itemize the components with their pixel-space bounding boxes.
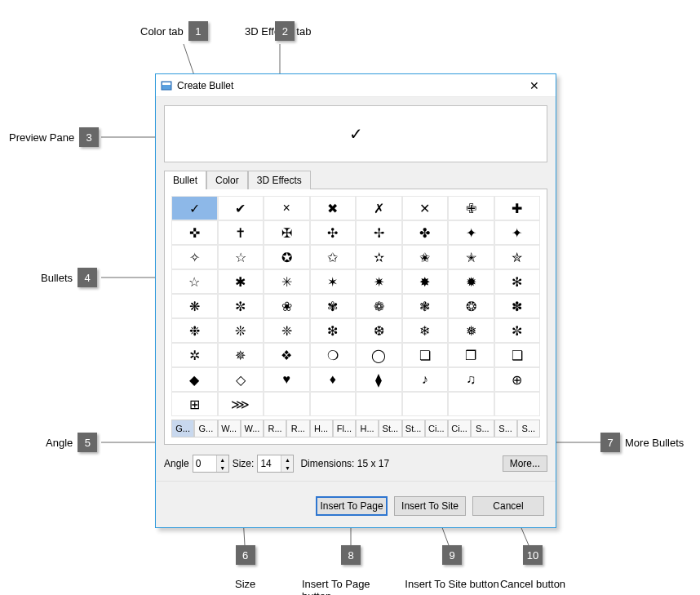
bullet-cell[interactable] bbox=[310, 392, 357, 416]
bullet-cell[interactable]: ✢ bbox=[356, 220, 402, 245]
bullet-cell[interactable]: ❈ bbox=[264, 318, 310, 343]
category-cell[interactable]: R... bbox=[286, 420, 309, 437]
bullet-cell[interactable]: ❆ bbox=[356, 318, 402, 343]
category-cell[interactable]: Fl... bbox=[333, 420, 356, 437]
insert-to-page-button[interactable]: Insert To Page bbox=[316, 496, 388, 516]
bullet-cell[interactable]: ✣ bbox=[310, 220, 357, 245]
size-input[interactable] bbox=[258, 455, 281, 472]
bullet-cell[interactable]: ⊞ bbox=[171, 392, 218, 416]
category-cell[interactable]: Ci... bbox=[425, 420, 448, 437]
bullet-cell[interactable]: ⋙ bbox=[218, 392, 264, 416]
spin-up-icon[interactable]: ▲ bbox=[281, 455, 293, 464]
bullet-cell[interactable]: ✤ bbox=[402, 220, 449, 245]
more-button[interactable]: More... bbox=[503, 455, 547, 472]
bullet-cell[interactable]: ❅ bbox=[448, 318, 494, 343]
bullet-cell[interactable]: ✪ bbox=[264, 245, 310, 269]
bullet-cell[interactable]: ♦ bbox=[310, 367, 357, 392]
bullet-cell[interactable]: ✔ bbox=[218, 196, 264, 220]
bullet-cell[interactable]: ✾ bbox=[310, 294, 357, 318]
bullet-cell[interactable]: ◇ bbox=[218, 367, 264, 392]
bullet-cell[interactable]: ✦ bbox=[494, 220, 541, 245]
bullet-cell[interactable]: ✼ bbox=[218, 294, 264, 318]
bullet-cell[interactable]: ✽ bbox=[494, 294, 541, 318]
bullet-cell[interactable] bbox=[264, 392, 310, 416]
bullet-cell[interactable]: ☆ bbox=[171, 269, 218, 294]
bullet-cell[interactable]: ✮ bbox=[494, 245, 541, 269]
category-cell[interactable]: G... bbox=[194, 420, 217, 437]
close-button[interactable]: ✕ bbox=[518, 77, 551, 95]
bullet-cell[interactable]: ✓ bbox=[171, 196, 218, 220]
bullet-cell[interactable]: ✗ bbox=[356, 196, 402, 220]
category-cell[interactable]: W... bbox=[218, 420, 241, 437]
bullet-cell[interactable] bbox=[448, 392, 494, 416]
bullet-cell[interactable]: ✹ bbox=[448, 269, 494, 294]
bullet-cell[interactable]: ❃ bbox=[402, 294, 449, 318]
bullet-cell[interactable]: ✦ bbox=[448, 220, 494, 245]
category-cell[interactable]: H... bbox=[356, 420, 379, 437]
size-spinner[interactable]: ▲▼ bbox=[257, 455, 294, 473]
bullet-cell[interactable]: ❊ bbox=[218, 318, 264, 343]
bullet-cell[interactable]: ✲ bbox=[171, 343, 218, 367]
bullet-cell[interactable]: ✝ bbox=[218, 220, 264, 245]
bullet-cell[interactable]: ✠ bbox=[264, 220, 310, 245]
category-cell[interactable]: W... bbox=[241, 420, 264, 437]
bullet-cell[interactable]: ❇ bbox=[310, 318, 357, 343]
bullet-cell[interactable]: ◆ bbox=[171, 367, 218, 392]
angle-spinner[interactable]: ▲▼ bbox=[193, 455, 229, 473]
spin-down-icon[interactable]: ▼ bbox=[217, 464, 228, 472]
bullet-cell[interactable]: ✬ bbox=[402, 245, 449, 269]
bullet-cell[interactable]: ◯ bbox=[356, 343, 402, 367]
tab-bullet[interactable]: Bullet bbox=[164, 171, 206, 189]
bullet-cell[interactable]: ✜ bbox=[171, 220, 218, 245]
category-cell[interactable]: G... bbox=[171, 420, 194, 437]
bullet-cell[interactable]: ♪ bbox=[402, 367, 449, 392]
category-cell[interactable]: S... bbox=[517, 420, 540, 437]
bullet-cell[interactable] bbox=[494, 392, 541, 416]
bullet-cell[interactable]: ❂ bbox=[448, 294, 494, 318]
bullet-cell[interactable]: ✱ bbox=[218, 269, 264, 294]
category-cell[interactable]: St... bbox=[379, 420, 401, 437]
spin-down-icon[interactable]: ▼ bbox=[281, 464, 293, 472]
bullet-cell[interactable]: ✕ bbox=[402, 196, 449, 220]
bullet-cell[interactable]: ✸ bbox=[402, 269, 449, 294]
bullet-cell[interactable]: ✚ bbox=[494, 196, 541, 220]
bullet-cell[interactable]: ❑ bbox=[494, 343, 541, 367]
bullet-cell[interactable]: ❏ bbox=[402, 343, 449, 367]
bullet-cell[interactable]: ❉ bbox=[171, 318, 218, 343]
bullet-cell[interactable]: ✩ bbox=[310, 245, 357, 269]
category-cell[interactable]: St... bbox=[402, 420, 425, 437]
bullet-cell[interactable]: ✖ bbox=[310, 196, 357, 220]
bullet-cell[interactable]: ✼ bbox=[494, 318, 541, 343]
category-cell[interactable]: R... bbox=[264, 420, 286, 437]
category-cell[interactable]: S... bbox=[494, 420, 517, 437]
bullet-cell[interactable]: ❀ bbox=[264, 294, 310, 318]
tab-color[interactable]: Color bbox=[206, 171, 248, 189]
spin-up-icon[interactable]: ▲ bbox=[217, 455, 228, 464]
insert-to-site-button[interactable]: Insert To Site bbox=[394, 496, 466, 516]
bullet-cell[interactable] bbox=[356, 392, 402, 416]
bullet-cell[interactable]: ⊕ bbox=[494, 367, 541, 392]
bullet-cell[interactable]: ✫ bbox=[356, 245, 402, 269]
bullet-cell[interactable]: ✭ bbox=[448, 245, 494, 269]
category-cell[interactable]: Ci... bbox=[448, 420, 471, 437]
bullet-cell[interactable]: ♫ bbox=[448, 367, 494, 392]
bullet-cell[interactable]: ✙ bbox=[448, 196, 494, 220]
bullet-cell[interactable]: ✧ bbox=[171, 245, 218, 269]
bullet-cell[interactable]: ✻ bbox=[494, 269, 541, 294]
bullet-cell[interactable]: ✶ bbox=[310, 269, 357, 294]
category-cell[interactable]: H... bbox=[310, 420, 333, 437]
bullet-cell[interactable]: ❋ bbox=[171, 294, 218, 318]
bullet-cell[interactable]: ♥ bbox=[264, 367, 310, 392]
cancel-button[interactable]: Cancel bbox=[472, 496, 544, 516]
tab-3d-effects[interactable]: 3D Effects bbox=[248, 171, 311, 189]
bullet-cell[interactable]: ☆ bbox=[218, 245, 264, 269]
bullet-cell[interactable]: ❖ bbox=[264, 343, 310, 367]
bullet-cell[interactable]: ❍ bbox=[310, 343, 357, 367]
bullet-cell[interactable]: ❐ bbox=[448, 343, 494, 367]
bullet-cell[interactable]: ❁ bbox=[356, 294, 402, 318]
bullet-cell[interactable]: ⧫ bbox=[356, 367, 402, 392]
bullet-cell[interactable]: × bbox=[264, 196, 310, 220]
bullet-cell[interactable]: ✵ bbox=[218, 343, 264, 367]
bullet-cell[interactable]: ✳ bbox=[264, 269, 310, 294]
bullet-cell[interactable]: ✷ bbox=[356, 269, 402, 294]
